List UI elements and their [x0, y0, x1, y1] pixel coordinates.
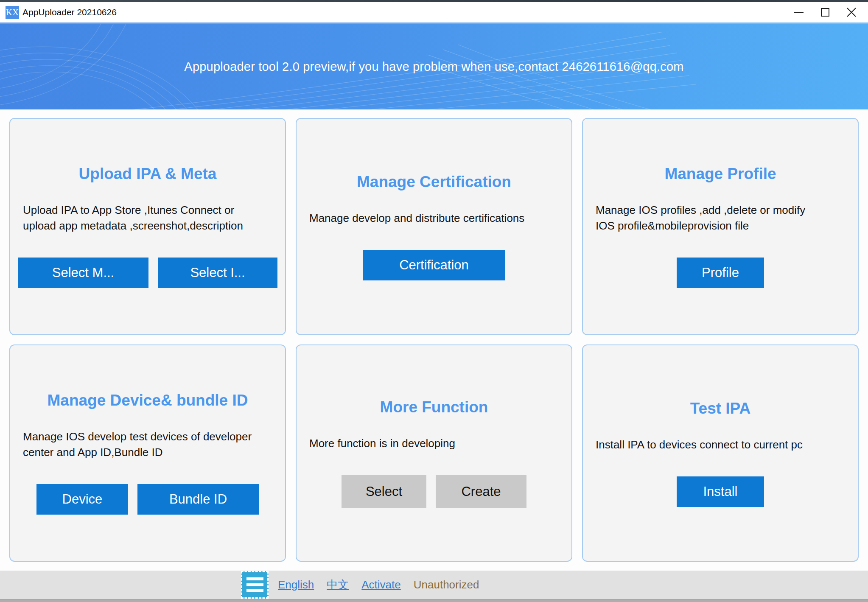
card-description: Upload IPA to App Store ,Itunes Connect … — [23, 202, 254, 234]
hamburger-bar — [246, 577, 263, 580]
card-more-function: More Function More function is in develo… — [296, 344, 572, 562]
card-button-row: Select M... Select I... — [18, 258, 277, 288]
window-title: AppUploader 20210626 — [22, 7, 117, 17]
card-button-row: Install — [677, 476, 764, 507]
card-manage-device-bundle-id: Manage Device& bundle ID Manage IOS deve… — [9, 344, 286, 562]
card-button-row: Certification — [363, 250, 505, 280]
close-icon — [846, 6, 857, 18]
language-link-english[interactable]: English — [278, 578, 314, 591]
title-bar: KX AppUploader 20210626 — [0, 2, 868, 22]
authorization-status: Unauthorized — [414, 578, 479, 591]
banner-message: Appuploader tool 2.0 preview,if you have… — [184, 60, 683, 74]
card-grid: Upload IPA & Meta Upload IPA to App Stor… — [0, 109, 868, 571]
card-title: Manage Device& bundle ID — [48, 392, 248, 409]
card-upload-ipa-meta: Upload IPA & Meta Upload IPA to App Stor… — [9, 118, 286, 335]
card-manage-certification: Manage Certification Manage develop and … — [296, 118, 572, 335]
minimize-icon — [793, 7, 804, 18]
hamburger-bar — [246, 589, 263, 592]
card-description: Manage develop and distribute certificat… — [309, 210, 524, 226]
card-title: Upload IPA & Meta — [79, 165, 217, 183]
card-title: Test IPA — [690, 400, 751, 417]
card-test-ipa: Test IPA Install IPA to devices connect … — [582, 344, 859, 562]
bottom-window-edge — [0, 599, 868, 602]
maximize-icon — [820, 7, 831, 18]
select-meta-button[interactable]: Select M... — [18, 258, 148, 288]
minimize-button[interactable] — [786, 2, 812, 22]
card-title: More Function — [380, 398, 488, 416]
profile-button[interactable]: Profile — [677, 258, 764, 288]
more-select-button[interactable]: Select — [342, 475, 426, 508]
card-description: Manage IOS develop test devices of devel… — [23, 429, 254, 460]
hamburger-bar — [246, 583, 263, 586]
maximize-button[interactable] — [812, 2, 838, 22]
banner: Appuploader tool 2.0 preview,if you have… — [0, 22, 868, 109]
card-title: Manage Profile — [664, 165, 776, 183]
card-button-row: Profile — [677, 258, 764, 288]
card-button-row: Device Bundle ID — [36, 484, 259, 515]
window-controls — [786, 2, 865, 22]
card-manage-profile: Manage Profile Manage IOS profiles ,add … — [582, 118, 859, 335]
device-button[interactable]: Device — [36, 484, 128, 515]
app-logo-icon: KX — [6, 6, 19, 19]
card-description: More function is in developing — [309, 436, 455, 451]
close-button[interactable] — [838, 2, 865, 22]
card-title: Manage Certification — [357, 173, 511, 191]
footer-bar: English 中文 Activate Unauthorized — [0, 571, 868, 599]
card-description: Install IPA to devices connect to curren… — [596, 437, 803, 453]
more-create-button[interactable]: Create — [436, 475, 526, 508]
bundle-id-button[interactable]: Bundle ID — [137, 484, 259, 515]
language-link-chinese[interactable]: 中文 — [327, 577, 349, 592]
footer-row: English 中文 Activate Unauthorized — [241, 571, 479, 599]
card-button-row: Select Create — [342, 475, 526, 508]
select-ipa-button[interactable]: Select I... — [158, 258, 277, 288]
card-description: Manage IOS profiles ,add ,delete or modi… — [596, 202, 827, 234]
certification-button[interactable]: Certification — [363, 250, 505, 280]
hamburger-menu-icon[interactable] — [241, 571, 269, 599]
install-button[interactable]: Install — [677, 476, 764, 507]
activate-link[interactable]: Activate — [361, 578, 401, 591]
